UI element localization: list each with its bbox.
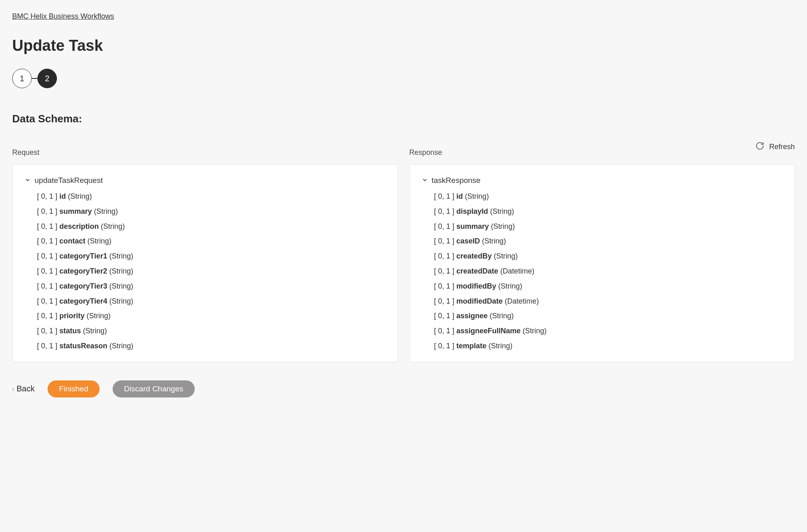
discard-changes-button[interactable]: Discard Changes [113, 380, 195, 397]
request-column: Request updateTaskRequest [ 0, 1 ] id (S… [12, 148, 398, 362]
field-cardinality: [ 0, 1 ] [37, 207, 59, 215]
field-cardinality: [ 0, 1 ] [434, 222, 457, 230]
response-field-list: [ 0, 1 ] id (String)[ 0, 1 ] displayId (… [434, 189, 783, 354]
field-type: (String) [488, 312, 514, 320]
response-column: Response taskResponse [ 0, 1 ] id (Strin… [409, 148, 795, 362]
stepper: 1 2 [12, 69, 795, 88]
field-name: contact [59, 237, 85, 245]
field-type: (String) [496, 282, 522, 290]
field-cardinality: [ 0, 1 ] [37, 312, 59, 320]
field-name: id [59, 192, 66, 200]
field-name: categoryTier1 [59, 252, 107, 260]
schema-field-row: [ 0, 1 ] categoryTier4 (String) [37, 294, 385, 309]
schema-field-row: [ 0, 1 ] contact (String) [37, 234, 385, 249]
field-type: (String) [107, 252, 133, 260]
schema-field-row: [ 0, 1 ] summary (String) [37, 204, 385, 219]
field-type: (String) [66, 192, 92, 200]
field-name: createdDate [457, 267, 498, 275]
field-name: displayId [457, 207, 488, 215]
field-cardinality: [ 0, 1 ] [37, 192, 59, 200]
chevron-down-icon [422, 176, 428, 185]
schema-field-row: [ 0, 1 ] createdBy (String) [434, 249, 783, 264]
field-name: id [457, 192, 463, 200]
schema-field-row: [ 0, 1 ] assignee (String) [434, 308, 783, 324]
field-type: (String) [492, 252, 518, 260]
field-type: (String) [81, 327, 107, 335]
request-field-list: [ 0, 1 ] id (String)[ 0, 1 ] summary (St… [37, 189, 385, 354]
field-cardinality: [ 0, 1 ] [434, 282, 457, 290]
schema-field-row: [ 0, 1 ] id (String) [37, 189, 385, 204]
field-name: summary [457, 222, 489, 230]
schema-field-row: [ 0, 1 ] modifiedDate (Datetime) [434, 294, 783, 309]
field-name: categoryTier4 [59, 297, 107, 305]
field-cardinality: [ 0, 1 ] [37, 252, 59, 260]
field-cardinality: [ 0, 1 ] [37, 267, 59, 275]
schema-field-row: [ 0, 1 ] categoryTier3 (String) [37, 279, 385, 294]
field-type: (String) [85, 312, 111, 320]
response-card: taskResponse [ 0, 1 ] id (String)[ 0, 1 … [409, 164, 795, 362]
request-label: Request [12, 148, 398, 157]
field-cardinality: [ 0, 1 ] [434, 252, 457, 260]
field-type: (String) [488, 207, 514, 215]
breadcrumb[interactable]: BMC Helix Business Workflows [12, 12, 114, 20]
field-type: (String) [99, 222, 125, 230]
field-name: template [457, 342, 487, 350]
field-cardinality: [ 0, 1 ] [434, 297, 457, 305]
step-2[interactable]: 2 [37, 69, 57, 88]
schema-field-row: [ 0, 1 ] priority (String) [37, 308, 385, 324]
field-type: (String) [107, 282, 133, 290]
footer: ‹ Back Finished Discard Changes [12, 380, 795, 397]
schema-field-row: [ 0, 1 ] caseID (String) [434, 234, 783, 249]
field-type: (String) [480, 237, 506, 245]
field-type: (String) [107, 297, 133, 305]
request-tree-toggle[interactable]: updateTaskRequest [25, 176, 385, 185]
field-name: description [59, 222, 99, 230]
field-type: (String) [107, 267, 133, 275]
field-cardinality: [ 0, 1 ] [434, 267, 457, 275]
field-cardinality: [ 0, 1 ] [434, 342, 457, 350]
finished-button[interactable]: Finished [48, 380, 100, 397]
schema-field-row: [ 0, 1 ] assigneeFullName (String) [434, 324, 783, 339]
schema-field-row: [ 0, 1 ] categoryTier2 (String) [37, 264, 385, 279]
step-1[interactable]: 1 [12, 69, 32, 88]
field-cardinality: [ 0, 1 ] [37, 342, 59, 350]
field-type: (String) [487, 342, 513, 350]
field-name: caseID [457, 237, 480, 245]
field-cardinality: [ 0, 1 ] [37, 282, 59, 290]
field-cardinality: [ 0, 1 ] [434, 192, 457, 200]
field-name: categoryTier2 [59, 267, 107, 275]
response-tree-toggle[interactable]: taskResponse [422, 176, 783, 185]
step-connector [32, 78, 37, 79]
field-type: (Datetime) [503, 297, 539, 305]
field-type: (String) [92, 207, 118, 215]
field-name: priority [59, 312, 85, 320]
field-cardinality: [ 0, 1 ] [37, 297, 59, 305]
field-cardinality: [ 0, 1 ] [37, 237, 59, 245]
section-title: Data Schema: [12, 113, 795, 125]
back-label: Back [17, 384, 35, 393]
field-type: (String) [85, 237, 111, 245]
field-name: summary [59, 207, 92, 215]
field-name: modifiedDate [457, 297, 503, 305]
field-type: (String) [107, 342, 133, 350]
schema-field-row: [ 0, 1 ] createdDate (Datetime) [434, 264, 783, 279]
field-cardinality: [ 0, 1 ] [37, 222, 59, 230]
chevron-down-icon [25, 176, 30, 185]
schema-field-row: [ 0, 1 ] summary (String) [434, 219, 783, 234]
back-button[interactable]: ‹ Back [12, 384, 35, 393]
field-name: statusReason [59, 342, 107, 350]
schema-field-row: [ 0, 1 ] displayId (String) [434, 204, 783, 219]
field-name: assigneeFullName [457, 327, 521, 335]
field-name: categoryTier3 [59, 282, 107, 290]
field-type: (String) [521, 327, 547, 335]
field-name: createdBy [457, 252, 492, 260]
field-name: assignee [457, 312, 488, 320]
schema-field-row: [ 0, 1 ] id (String) [434, 189, 783, 204]
chevron-left-icon: ‹ [12, 386, 14, 392]
field-cardinality: [ 0, 1 ] [434, 207, 457, 215]
response-root-name: taskResponse [432, 176, 481, 185]
field-type: (String) [489, 222, 515, 230]
field-cardinality: [ 0, 1 ] [37, 327, 59, 335]
field-cardinality: [ 0, 1 ] [434, 312, 457, 320]
schema-field-row: [ 0, 1 ] template (String) [434, 339, 783, 354]
